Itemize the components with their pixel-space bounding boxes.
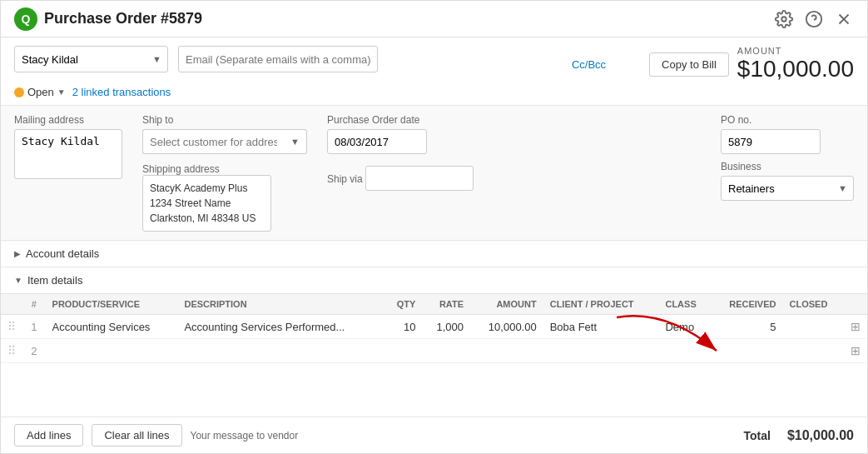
page-title: Purchase Order #5879 xyxy=(44,10,202,27)
cell-qty[interactable]: 10 xyxy=(384,315,423,339)
col-product: PRODUCT/SERVICE xyxy=(46,294,178,315)
drag-handle[interactable]: ⠿ xyxy=(7,320,16,333)
ship-via-label: Ship via xyxy=(327,173,363,185)
vendor-message-label: Your message to vendor xyxy=(191,430,299,442)
po-no-input[interactable] xyxy=(721,129,821,154)
close-icon[interactable] xyxy=(834,9,854,29)
col-received: RECEIVED xyxy=(712,294,783,315)
ccbcc-link[interactable]: Cc/Bcc xyxy=(572,58,606,71)
table-row: ⠿ 1 Accounting Services Accounting Servi… xyxy=(1,315,867,339)
po-no-label: PO no. xyxy=(721,114,751,126)
help-icon[interactable] xyxy=(804,9,824,29)
cell-class[interactable] xyxy=(658,339,711,363)
col-qty: QTY xyxy=(384,294,423,315)
drag-handle[interactable]: ⠿ xyxy=(7,344,16,357)
svg-point-0 xyxy=(781,17,786,22)
cell-rate[interactable]: 1,000 xyxy=(422,315,470,339)
status-dot xyxy=(14,87,24,97)
settings-icon[interactable] xyxy=(774,9,794,29)
item-details-toggle-icon: ▼ xyxy=(14,276,22,285)
cell-amount[interactable]: 10,000.00 xyxy=(470,315,543,339)
status-badge[interactable]: Open ▼ xyxy=(14,86,66,98)
row-num: 2 xyxy=(22,339,46,363)
ship-to-dropdown-button[interactable]: ▼ xyxy=(284,129,307,154)
add-lines-button[interactable]: Add lines xyxy=(14,424,83,447)
business-label: Business xyxy=(721,161,761,172)
col-description: DESCRIPTION xyxy=(177,294,384,315)
linked-transactions-link[interactable]: 2 linked transactions xyxy=(72,86,171,98)
col-closed: CLOSED xyxy=(782,294,844,315)
row-num: 1 xyxy=(22,315,46,339)
cell-closed[interactable] xyxy=(782,339,844,363)
vendor-input[interactable] xyxy=(14,46,168,72)
amount-label: AMOUNT xyxy=(737,46,854,56)
po-date-label: Purchase Order date xyxy=(327,114,474,126)
account-details-toggle[interactable]: ▶ Account details xyxy=(1,241,867,267)
row-action-icon[interactable]: ⊞ xyxy=(851,344,861,357)
ship-via-input[interactable] xyxy=(365,166,474,191)
item-details-table-section: # PRODUCT/SERVICE DESCRIPTION QTY RATE A… xyxy=(1,294,867,417)
col-class: CLASS xyxy=(658,294,711,315)
status-caret-icon: ▼ xyxy=(57,87,66,97)
status-text: Open xyxy=(27,86,54,98)
mailing-address-input[interactable] xyxy=(14,129,122,179)
cell-received[interactable] xyxy=(712,339,783,363)
col-num: # xyxy=(22,294,46,315)
mailing-address-label: Mailing address xyxy=(14,114,122,126)
cell-description[interactable]: Accounting Services Performed... xyxy=(177,315,384,339)
account-details-label: Account details xyxy=(26,247,99,260)
total-value: $10,000.00 xyxy=(787,428,854,443)
shipping-address-label: Shipping address xyxy=(142,163,220,175)
shipping-addr-line1: StacyK Academy Plus xyxy=(150,181,264,196)
item-details-label: Item details xyxy=(27,274,82,287)
account-details-toggle-icon: ▶ xyxy=(14,249,21,258)
cell-rate[interactable] xyxy=(422,339,470,363)
email-input[interactable] xyxy=(178,46,378,72)
shipping-address-box: StacyK Academy Plus 1234 Street Name Cla… xyxy=(142,175,271,232)
cell-amount[interactable] xyxy=(470,339,543,363)
ship-to-label: Ship to xyxy=(142,114,307,126)
shipping-addr-line3: Clarkston, MI 48348 US xyxy=(150,211,264,226)
cell-qty[interactable] xyxy=(384,339,423,363)
cell-class[interactable]: Demo xyxy=(658,315,711,339)
copy-to-bill-button[interactable]: Copy to Bill xyxy=(649,52,729,77)
table-row: ⠿ 2 ⊞ xyxy=(1,339,867,363)
business-select[interactable]: Retainers xyxy=(721,176,854,201)
cell-client-project[interactable] xyxy=(543,339,659,363)
cell-description[interactable] xyxy=(177,339,384,363)
cell-closed[interactable] xyxy=(782,315,844,339)
ship-to-input[interactable] xyxy=(142,129,284,154)
col-client-project: CLIENT / PROJECT xyxy=(543,294,659,315)
cell-product[interactable]: Accounting Services xyxy=(46,315,178,339)
col-rate: RATE xyxy=(422,294,470,315)
row-action-icon[interactable]: ⊞ xyxy=(851,320,861,333)
total-label: Total xyxy=(744,429,771,442)
shipping-addr-line2: 1234 Street Name xyxy=(150,196,264,211)
amount-value: $10,000.00 xyxy=(737,56,854,82)
cell-client-project[interactable]: Boba Fett xyxy=(543,315,659,339)
cell-product[interactable] xyxy=(46,339,178,363)
cell-received[interactable]: 5 xyxy=(712,315,783,339)
po-date-input[interactable] xyxy=(327,129,427,154)
clear-lines-button[interactable]: Clear all lines xyxy=(92,424,181,447)
col-amount: AMOUNT xyxy=(470,294,543,315)
item-details-toggle[interactable]: ▼ Item details xyxy=(1,267,867,294)
app-logo: Q xyxy=(14,7,37,31)
